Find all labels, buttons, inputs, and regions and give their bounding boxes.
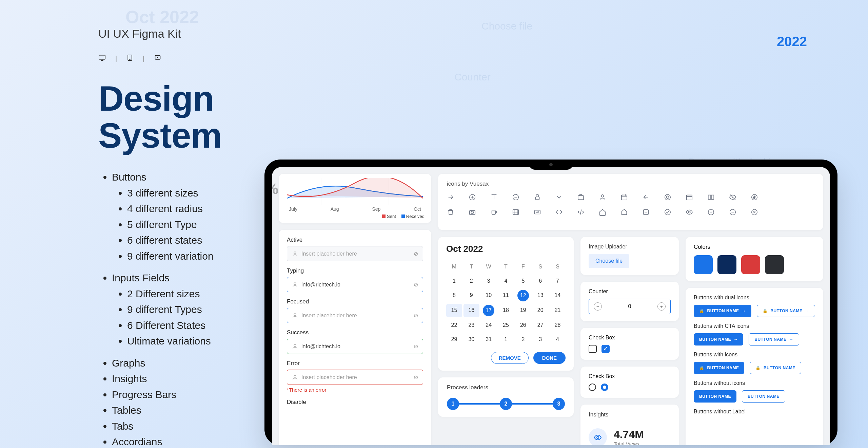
calendar-day[interactable]: 27 [532,319,548,332]
calendar-day[interactable]: 3 [532,333,548,346]
eye-off-icon[interactable]: ⊘ [414,312,418,319]
svg-point-20 [666,196,669,198]
eye-off-icon[interactable]: ⊘ [414,281,418,288]
home-icon [599,208,606,216]
calendar-card: Oct 2022 MTWTFSS123456789101112131415161… [438,237,574,371]
active-input[interactable]: Insert placeholder here ⊘ [287,246,423,261]
calendar-day[interactable]: 26 [515,319,531,332]
calendar-day[interactable]: 14 [550,289,566,302]
counter-plus-button[interactable]: + [657,302,666,311]
date-icon [686,193,693,201]
book-icon [490,193,498,201]
buttons-showcase-card: Buttons with dual icons 🔒 BUTTON NAME → … [686,288,823,445]
film-icon [512,208,519,216]
eye-off-icon[interactable]: ⊘ [414,374,418,380]
svg-rect-26 [535,210,540,214]
calendar-day[interactable]: 29 [446,333,462,346]
svg-point-24 [471,211,473,213]
eye-off-icon[interactable]: ⊘ [414,250,418,257]
calendar-day[interactable]: 5 [515,275,531,287]
calendar-day[interactable]: 22 [446,319,462,332]
svg-point-33 [597,436,599,438]
focused-input[interactable]: Insert placeholder here ⊘ [287,308,423,323]
icon-button-outline[interactable]: 🔒 BUTTON NAME [750,362,801,374]
svg-rect-15 [536,197,539,200]
choose-file-button[interactable]: Choose file [589,254,629,268]
code2-icon [577,208,585,216]
eye-off-icon[interactable]: ⊘ [414,343,418,350]
calendar-day[interactable]: 13 [532,289,548,302]
inputs-card: Active Insert placeholder here ⊘ Typing … [279,230,431,445]
color-swatch[interactable] [694,255,713,274]
dual-icon-button-outline[interactable]: 🔒 BUTTON NAME → [757,305,815,317]
plain-button-outline[interactable]: BUTTON NAME [742,390,785,403]
color-swatch[interactable] [741,255,760,274]
svg-point-12 [294,375,296,377]
color-swatch[interactable] [765,255,784,274]
briefcase-icon [577,193,585,201]
remove-button[interactable]: REMOVE [491,352,529,364]
calendar-day[interactable]: 11 [498,289,514,302]
calendar-day[interactable]: 16 [463,304,479,317]
line-chart [285,178,425,205]
success-input[interactable]: info@richtech.io ⊘ [287,339,423,354]
calendar-day[interactable]: 9 [463,289,479,302]
done-button[interactable]: DONE [533,352,566,364]
year-badge: 2022 [777,34,807,49]
calendar-day[interactable]: 4 [498,275,514,287]
calendar-day[interactable]: 6 [532,275,548,287]
calendar-day[interactable]: 2 [515,333,531,346]
calendar-day[interactable]: 30 [463,333,479,346]
svg-rect-18 [622,195,627,200]
user-icon [599,193,606,201]
svg-point-8 [294,252,296,254]
calendar-day[interactable]: 17 [481,304,497,317]
calendar-day[interactable]: 19 [515,304,531,317]
calendar-day[interactable]: 23 [463,319,479,332]
calendar-day[interactable]: 21 [550,304,566,317]
eye-icon [686,208,693,216]
calendar-day[interactable]: 18 [498,304,514,317]
plain-button[interactable]: BUTTON NAME [694,390,736,403]
chevron-down-icon [555,193,563,201]
calendar-day[interactable]: 25 [498,319,514,332]
reader-icon [707,193,715,201]
radio-card: Check Box [580,367,679,398]
calendar-day[interactable]: 15 [446,304,462,317]
calendar-day[interactable]: 8 [446,289,462,302]
square-minus-icon [642,208,650,216]
calendar-day[interactable]: 24 [481,319,497,332]
checkbox-checked[interactable] [601,345,610,353]
cta-button[interactable]: BUTTON NAME → [694,333,743,346]
counter-minus-button[interactable]: − [594,302,602,311]
typing-input[interactable]: info@richtech.io ⊘ [287,277,423,292]
calendar-day[interactable]: 20 [532,304,548,317]
calendar-day[interactable]: 3 [481,275,497,287]
error-label: Error [287,360,423,367]
calendar-day[interactable]: 31 [481,333,497,346]
error-input[interactable]: Insert placeholder here ⊘ [287,370,423,385]
svg-point-2 [130,59,130,60]
dual-icon-button[interactable]: 🔒 BUTTON NAME → [694,305,751,317]
calendar-day[interactable]: 1 [498,333,514,346]
calendar-day[interactable]: 7 [550,275,566,287]
page-title: Design System [98,80,342,154]
calendar-day[interactable]: 2 [463,275,479,287]
color-swatch[interactable] [717,255,736,274]
icon-button[interactable]: 🔒 BUTTON NAME [694,362,744,374]
radio-unchecked[interactable] [589,384,596,391]
calendar-day[interactable]: 28 [550,319,566,332]
checkbox-unchecked[interactable] [589,345,597,353]
calendar-day[interactable]: 4 [550,333,566,346]
calendar-day[interactable]: 1 [446,275,462,287]
radio-checked[interactable] [601,384,608,391]
loader-step: 1 [447,398,459,410]
mobile-icon [154,54,161,63]
cta-button-outline[interactable]: BUTTON NAME → [749,333,799,346]
minus-circle-icon [512,193,519,201]
loader-step: 3 [553,398,565,410]
calendar-day[interactable]: 12 [515,289,531,302]
focused-label: Focused [287,298,423,305]
kit-label: UI UX Figma Kit [98,27,342,40]
calendar-day[interactable]: 10 [481,289,497,302]
